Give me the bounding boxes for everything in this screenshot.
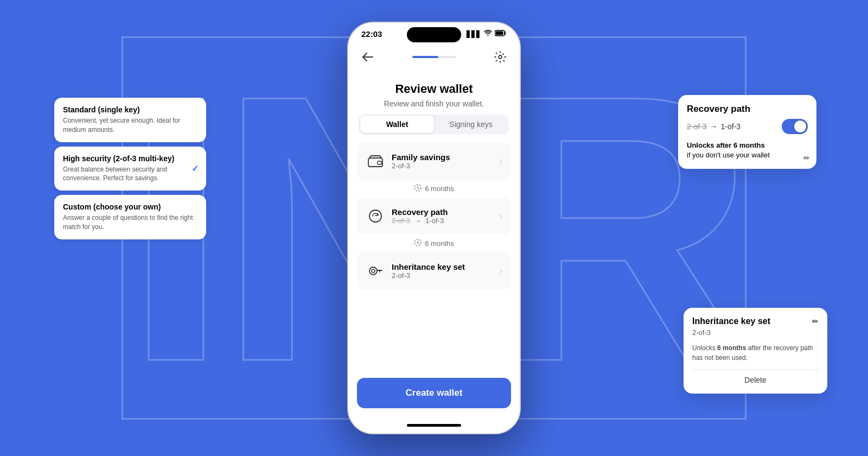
unlocks-label: Unlocks after 6 months — [687, 141, 765, 149]
option-standard-title: Standard (single key) — [63, 105, 197, 114]
time-connector-2: 6 months — [357, 235, 511, 252]
option-custom-desc: Answer a couple of questions to find the… — [63, 213, 197, 232]
recovery-path-info: Recovery path 2-of-3 → 1-of-3 — [392, 207, 448, 225]
svg-point-7 — [369, 210, 381, 222]
recovery-path-meta: 2-of-3 → 1-of-3 — [392, 217, 448, 225]
recovery-path-row: 2-of-3 → 1-of-3 — [687, 119, 808, 134]
family-savings-meta: 2-of-3 — [392, 162, 450, 170]
option-custom[interactable]: Custom (choose your own) Answer a couple… — [54, 195, 206, 239]
selected-checkmark: ✓ — [192, 163, 199, 174]
svg-rect-5 — [378, 161, 381, 164]
time-duration-1: 6 months — [425, 185, 454, 193]
recovery-to: 1-of-3 — [721, 122, 741, 131]
tab-wallet[interactable]: Wallet — [360, 116, 434, 133]
family-savings-left: Family savings 2-of-3 — [366, 151, 450, 171]
chevron-right-icon: › — [500, 156, 502, 166]
recovery-path-floating-card: Recovery path 2-of-3 → 1-of-3 Unlocks af… — [678, 95, 816, 169]
settings-button[interactable] — [492, 48, 509, 66]
screen-content: Review wallet Review and finish your wal… — [348, 73, 520, 417]
home-bar — [407, 424, 461, 427]
option-high-security-desc: Great balance between security and conve… — [63, 165, 197, 183]
toggle-knob — [794, 121, 806, 132]
progress-fill — [412, 56, 438, 58]
inheritance-keyset-meta: 2-of-3 — [392, 271, 465, 280]
signal-icon: ▋▋▋ — [467, 30, 481, 38]
screen-title: Review wallet — [359, 82, 509, 96]
family-savings-name: Family savings — [392, 153, 450, 162]
unlocks-desc: if you don't use your wallet — [687, 151, 770, 159]
inheritance-keyset-name: Inheritance key set — [392, 262, 465, 271]
tab-signing-keys[interactable]: Signing keys — [434, 116, 508, 133]
phone-mockup: 22:03 ▋▋▋ — [347, 22, 521, 434]
screen-subtitle: Review and finish your wallet. — [359, 99, 509, 108]
wallet-options-panel: Standard (single key) Convenient, yet se… — [54, 98, 206, 244]
delete-section: Delete — [692, 369, 819, 385]
app-header — [348, 43, 520, 73]
wallet-icon — [366, 151, 385, 171]
inheritance-keyset-card[interactable]: Inheritance key set 2-of-3 › — [357, 252, 511, 289]
clock-icon-2 — [414, 239, 422, 248]
clock-icon-1 — [414, 184, 422, 193]
time-duration-2: 6 months — [425, 239, 454, 248]
option-custom-title: Custom (choose your own) — [63, 202, 197, 211]
chevron-right-icon-2: › — [500, 211, 502, 221]
create-wallet-button[interactable]: Create wallet — [357, 378, 511, 408]
recovery-from: 2-of-3 — [687, 122, 707, 131]
tab-switcher: Wallet Signing keys — [359, 115, 509, 134]
dynamic-island — [407, 27, 461, 42]
inheritance-header: Inheritance key set ✏ — [692, 316, 819, 326]
time-connector-1: 6 months — [357, 180, 511, 198]
status-bar: 22:03 ▋▋▋ — [348, 23, 520, 43]
phone-screen: 22:03 ▋▋▋ — [347, 22, 521, 434]
svg-point-10 — [372, 269, 375, 273]
unlocks-text: Unlocks after 6 months if you don't use … — [687, 141, 808, 160]
recovery-icon — [366, 206, 385, 226]
bottom-section: Create wallet — [348, 369, 520, 417]
key-icon — [366, 261, 385, 281]
recovery-path-card[interactable]: Recovery path 2-of-3 → 1-of-3 › — [357, 198, 511, 235]
inheritance-desc-prefix: Unlocks — [692, 344, 717, 352]
inheritance-edit-icon[interactable]: ✏ — [812, 317, 819, 326]
inheritance-desc-bold: 6 months — [717, 344, 746, 352]
inheritance-keyset-info: Inheritance key set 2-of-3 — [392, 262, 465, 280]
recovery-path-left: Recovery path 2-of-3 → 1-of-3 — [366, 206, 448, 226]
option-high-security[interactable]: High security (2-of-3 multi-key) Great b… — [54, 147, 206, 191]
chevron-right-icon-3: › — [500, 266, 502, 276]
back-button[interactable] — [359, 48, 376, 66]
battery-icon — [495, 30, 507, 38]
delete-button[interactable]: Delete — [744, 376, 766, 384]
inheritance-keyset-left: Inheritance key set 2-of-3 — [366, 261, 465, 281]
option-standard[interactable]: Standard (single key) Convenient, yet se… — [54, 98, 206, 142]
recovery-path-name: Recovery path — [392, 207, 448, 217]
svg-point-3 — [499, 55, 502, 59]
home-indicator — [348, 417, 520, 433]
option-standard-desc: Convenient, yet secure enough. Ideal for… — [63, 116, 197, 135]
arrow-icon: → — [710, 122, 718, 131]
inheritance-floating-card: Inheritance key set ✏ 2-of-3 Unlocks 6 m… — [684, 308, 827, 394]
inheritance-desc: Unlocks 6 months after the recovery path… — [692, 343, 819, 363]
inheritance-title: Inheritance key set — [692, 316, 770, 326]
cards-section: Family savings 2-of-3 › 6 months — [348, 143, 520, 369]
family-savings-card[interactable]: Family savings 2-of-3 › — [357, 143, 511, 180]
progress-bar — [412, 56, 456, 58]
status-icons: ▋▋▋ — [467, 30, 507, 38]
inheritance-meta: 2-of-3 — [692, 328, 819, 337]
title-section: Review wallet Review and finish your wal… — [348, 73, 520, 115]
edit-icon[interactable]: ✏ — [803, 154, 810, 162]
family-savings-info: Family savings 2-of-3 — [392, 153, 450, 170]
svg-rect-4 — [368, 158, 382, 167]
svg-point-9 — [369, 267, 377, 275]
recovery-card-title: Recovery path — [687, 104, 808, 115]
svg-rect-1 — [496, 31, 503, 35]
recovery-toggle[interactable] — [782, 119, 808, 134]
option-high-security-title: High security (2-of-3 multi-key) — [63, 154, 197, 163]
wifi-icon — [484, 30, 492, 38]
status-time: 22:03 — [361, 29, 382, 39]
